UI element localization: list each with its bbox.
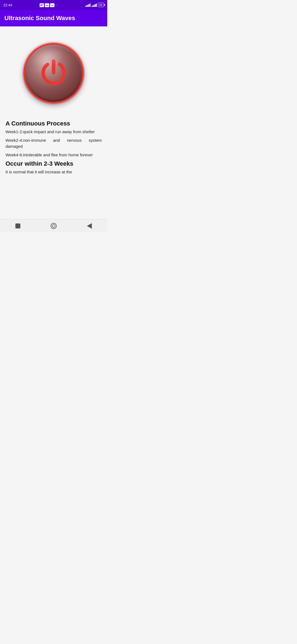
section-heading-2: Occur within 2-3 Weeks <box>6 160 102 167</box>
section-heading-1: A Continuous Process <box>6 120 102 127</box>
notification-icons: ··· <box>40 3 58 7</box>
battery-indicator: 66 <box>98 3 104 7</box>
section-text-2-0: It is normal that it will increase at th… <box>6 169 102 175</box>
chat-icon <box>45 3 49 7</box>
back-button[interactable] <box>83 220 95 232</box>
app-title: Ultrasonic Sound Waves <box>4 15 75 22</box>
recent-apps-button[interactable] <box>12 220 24 232</box>
svg-rect-7 <box>50 4 54 7</box>
svg-point-5 <box>46 5 47 6</box>
signal-bars-1 <box>85 3 90 7</box>
svg-point-6 <box>48 5 48 6</box>
signal-battery-group: 66 <box>85 3 104 7</box>
home-button[interactable] <box>48 220 60 232</box>
message-icon <box>40 3 44 7</box>
section-text-1-0: Week1-2:quick impact and run away from s… <box>6 129 102 135</box>
power-button-container <box>23 43 84 103</box>
power-icon <box>37 57 70 90</box>
more-notifications: ··· <box>55 3 58 7</box>
home-circle-icon <box>51 223 57 229</box>
bottom-nav <box>0 219 107 232</box>
mail-icon <box>50 3 54 7</box>
main-content: A Continuous Process Week1-2:quick impac… <box>0 26 107 219</box>
status-bar: 22:44 ··· 66 <box>0 0 107 10</box>
status-time: 22:44 <box>3 3 12 7</box>
section-text-1-1: Week2-4:non-immune and nervous system da… <box>6 137 102 150</box>
app-bar: Ultrasonic Sound Waves <box>0 10 107 26</box>
square-icon <box>15 223 20 228</box>
signal-bars-2 <box>92 3 97 7</box>
text-content: A Continuous Process Week1-2:quick impac… <box>0 120 107 183</box>
svg-point-4 <box>45 5 46 6</box>
back-triangle-icon <box>87 223 92 229</box>
power-button[interactable] <box>23 43 84 103</box>
section-text-1-2: Week4-6:intolerable and flee from home f… <box>6 152 102 158</box>
